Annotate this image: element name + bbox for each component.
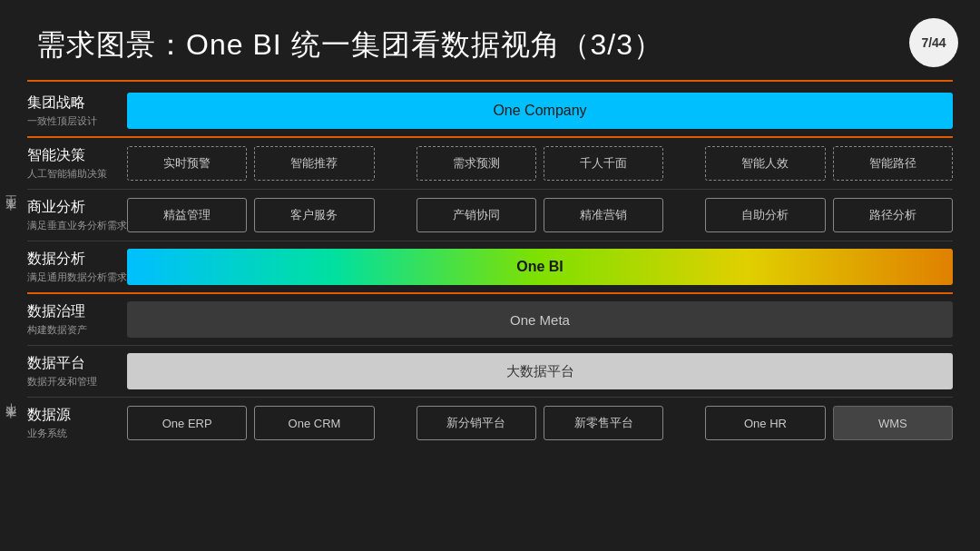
label-main-shujuzhili: 数据治理: [27, 302, 127, 321]
dashed-box-zhinengrengxiao: 智能人效: [705, 146, 825, 181]
bar-one-bi: One BI: [127, 249, 953, 285]
row-label-zhinengjuece: 智能决策 人工智能辅助决策: [27, 146, 127, 181]
row-label-shujupingtai: 数据平台 数据开发和管理: [27, 354, 127, 389]
dashed-items-shangyefenxi: 精益管理 客户服务 产销协同 精准营销 自助分析 路径分析: [127, 198, 953, 232]
source-xinfenxiao: 新分销平台: [416, 406, 536, 440]
row-shangyefenxi: 商业分析 满足垂直业务分析需求 精益管理 客户服务 产销协同 精准营销 自助分析…: [0, 190, 980, 241]
label-main-shujufenxi: 数据分析: [27, 250, 127, 269]
content-zhinengjuece: 实时预警 智能推荐 需求预测 千人千面 智能人效 智能路径: [127, 146, 953, 181]
dashed-box-zhinenglujing: 智能路径: [833, 146, 953, 181]
content-shujuyuan: One ERP One CRM 新分销平台 新零售平台 One HR WMS: [127, 406, 953, 440]
row-shujufenxi: 数据分析 满足通用数据分析需求 One BI: [0, 241, 980, 292]
label-main-zhinengjuece: 智能决策: [27, 146, 127, 165]
row-jituanzhanglue: 集团战略 一致性顶层设计 One Company: [0, 85, 980, 136]
dashed-box-qianrenqianmian: 千人千面: [544, 146, 663, 181]
page-badge: 7/44: [909, 18, 958, 67]
row-shujuzhili: 数据治理 构建数据资产 One Meta: [0, 294, 980, 345]
dashed-box-jingzhun: 精准营销: [544, 198, 663, 232]
source-wms: WMS: [833, 406, 953, 440]
dashed-box-zizhu: 自助分析: [705, 198, 825, 232]
content-jituanzhanglue: One Company: [127, 93, 953, 129]
page-title: 需求图景：One BI 统一集团看数据视角（3/3）: [36, 25, 944, 65]
row-label-shangyefenxi: 商业分析 满足垂直业务分析需求: [27, 198, 127, 232]
main-container: 需求图景：One BI 统一集团看数据视角（3/3） 7/44 集团战略 一致性…: [0, 0, 980, 551]
content-shujuzhili: One Meta: [127, 301, 953, 338]
row-shujuyuan: 数据源 业务系统 One ERP One CRM 新分销平台 新零售平台 One…: [0, 398, 980, 448]
shuimianxia-section: 水面下 数据源 业务系统 One ERP One CRM 新分销平台 新零售平台: [0, 398, 980, 448]
content-shujufenxi: One BI: [127, 249, 953, 285]
label-sub-shujufenxi: 满足通用数据分析需求: [27, 271, 127, 284]
bar-one-meta: One Meta: [127, 301, 953, 338]
shuimianshang-section: 水面上 智能决策 人工智能辅助决策 实时预警 智能推荐 需求预测 千人千面 智能…: [0, 138, 980, 292]
label-sub-shujupingtai: 数据开发和管理: [27, 375, 127, 389]
label-sub-shangyefenxi: 满足垂直业务分析需求: [27, 219, 127, 232]
dashed-box-jingyi: 精益管理: [127, 198, 247, 232]
row-label-jituanzhanglue: 集团战略 一致性顶层设计: [27, 93, 127, 128]
dashed-box-kehu: 客户服务: [254, 198, 374, 232]
title-area: 需求图景：One BI 统一集团看数据视角（3/3）: [0, 0, 980, 80]
label-sub-zhinengjuece: 人工智能辅助决策: [27, 167, 127, 181]
source-xinlingshou: 新零售平台: [544, 406, 663, 440]
dashed-box-chanxiao: 产销协同: [416, 198, 536, 232]
dashed-box-xuqiuyuce: 需求预测: [416, 146, 536, 181]
bar-one-company: One Company: [127, 93, 953, 129]
dashed-box-lujing: 路径分析: [833, 198, 953, 232]
dashed-box-shishiyujing: 实时预警: [127, 146, 247, 181]
dashed-box-zhinengtuijian: 智能推荐: [254, 146, 374, 181]
content-shujupingtai: 大数据平台: [127, 353, 953, 389]
label-sub-shujuyuan: 业务系统: [27, 427, 127, 440]
label-main-shujuyuan: 数据源: [27, 406, 127, 425]
row-label-shujuzhili: 数据治理 构建数据资产: [27, 302, 127, 337]
row-shujupingtai: 数据平台 数据开发和管理 大数据平台: [0, 346, 980, 397]
row-label-shujufenxi: 数据分析 满足通用数据分析需求: [27, 250, 127, 284]
source-one-hr: One HR: [705, 406, 825, 440]
top-orange-divider: [27, 80, 953, 82]
label-main-shangyefenxi: 商业分析: [27, 198, 127, 217]
row-label-shujuyuan: 数据源 业务系统: [27, 406, 127, 440]
content-shangyefenxi: 精益管理 客户服务 产销协同 精准营销 自助分析 路径分析: [127, 198, 953, 232]
source-one-erp: One ERP: [127, 406, 247, 440]
row-zhinengjuece: 智能决策 人工智能辅助决策 实时预警 智能推荐 需求预测 千人千面 智能人效 智…: [0, 138, 980, 189]
dashed-items-zhinengjuece: 实时预警 智能推荐 需求预测 千人千面 智能人效 智能路径: [127, 146, 953, 181]
label-main-shujupingtai: 数据平台: [27, 354, 127, 373]
label-sub-shujuzhili: 构建数据资产: [27, 323, 127, 337]
source-one-crm: One CRM: [254, 406, 374, 440]
source-items: One ERP One CRM 新分销平台 新零售平台 One HR WMS: [127, 406, 953, 440]
label-main-jituanzhanglue: 集团战略: [27, 93, 127, 113]
label-sub-jituanzhanglue: 一致性顶层设计: [27, 114, 127, 128]
bar-big-data: 大数据平台: [127, 353, 953, 389]
